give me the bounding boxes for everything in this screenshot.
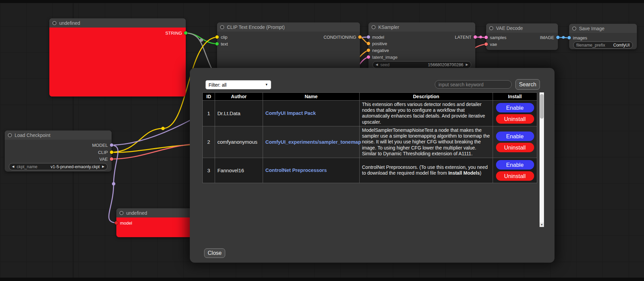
decrement-arrow-icon[interactable]: ◀ xyxy=(376,63,378,66)
increment-arrow-icon[interactable]: ▶ xyxy=(102,165,104,168)
output-slot-string[interactable]: STRING xyxy=(165,30,187,36)
node-save-image[interactable]: Save Image images filename_prefix ComfyU… xyxy=(569,24,637,49)
node-title-bar[interactable]: undefined xyxy=(116,208,193,217)
node-undefined-bottom[interactable]: undefined model xyxy=(116,208,193,237)
slot-label: model xyxy=(120,221,132,226)
uninstall-button[interactable]: Uninstall xyxy=(496,114,534,124)
extension-link[interactable]: ControlNet Preprocessors xyxy=(265,168,327,173)
node-collapse-icon[interactable] xyxy=(8,133,12,137)
node-title: KSampler xyxy=(378,24,399,30)
input-slot-positive[interactable]: positive xyxy=(367,40,387,47)
slot-label: LATENT xyxy=(455,35,472,40)
node-body: STRING xyxy=(49,28,186,96)
slot-label: samples xyxy=(490,35,506,40)
slot-dot-icon[interactable] xyxy=(110,143,113,147)
slot-dot-icon[interactable] xyxy=(556,36,560,39)
input-slot-negative[interactable]: negative xyxy=(367,47,389,53)
node-title-bar[interactable]: VAE Decode xyxy=(486,23,558,33)
filter-select[interactable]: Filter: all xyxy=(205,80,271,89)
output-slot-model[interactable]: MODEL xyxy=(92,142,113,148)
slot-dot-icon[interactable] xyxy=(367,42,370,45)
enable-button[interactable]: Enable xyxy=(496,103,534,112)
node-ksampler[interactable]: KSampler model positive negative latent_… xyxy=(368,22,475,73)
node-collapse-icon[interactable] xyxy=(220,25,224,29)
node-title: undefined xyxy=(126,210,147,216)
enable-button[interactable]: Enable xyxy=(496,131,534,141)
slot-dot-icon[interactable] xyxy=(474,35,477,39)
slot-dot-icon[interactable] xyxy=(110,157,113,161)
table-scrollbar[interactable]: ▼ xyxy=(540,92,544,227)
enable-button[interactable]: Enable xyxy=(496,160,534,170)
node-title-bar[interactable]: KSampler xyxy=(368,22,475,32)
node-title: Save Image xyxy=(579,26,605,31)
extension-author: Fannovel16 xyxy=(215,158,263,183)
slot-dot-icon[interactable] xyxy=(184,31,187,35)
increment-arrow-icon[interactable]: ▶ xyxy=(466,63,468,66)
node-vae-decode[interactable]: VAE Decode samples vae IMAGE xyxy=(486,23,558,50)
link-dot-clip xyxy=(161,127,165,130)
slot-dot-icon[interactable] xyxy=(215,42,219,46)
header-install: Install xyxy=(493,93,537,101)
slot-label: STRING xyxy=(165,31,182,36)
input-slot-model[interactable]: model xyxy=(367,34,384,40)
ckpt-name-widget[interactable]: ◀ ckpt_name v1-5-pruned-emaonly.ckpt ▶ xyxy=(9,163,108,170)
seed-widget[interactable]: ◀ seed 156680208700286 ▶ xyxy=(373,61,471,68)
slot-dot-icon[interactable] xyxy=(367,49,370,52)
slot-dot-icon[interactable] xyxy=(358,35,362,39)
input-slot-vae[interactable]: vae xyxy=(484,41,497,47)
output-slot-latent[interactable]: LATENT xyxy=(455,34,477,40)
node-title-bar[interactable]: Load Checkpoint xyxy=(5,130,112,140)
output-slot-image[interactable]: IMAGE xyxy=(540,34,560,40)
uninstall-button[interactable]: Uninstall xyxy=(496,171,534,181)
slot-dot-icon[interactable] xyxy=(484,42,488,46)
link-dot-latent xyxy=(479,36,482,38)
extension-description: ControlNet Preprocessors. (To use this e… xyxy=(360,158,493,183)
uninstall-button[interactable]: Uninstall xyxy=(496,143,534,152)
scrollbar-thumb[interactable] xyxy=(540,94,544,119)
slot-label: VAE xyxy=(99,157,108,162)
slot-dot-icon[interactable] xyxy=(367,35,370,39)
input-slot-clip[interactable]: clip xyxy=(215,34,228,40)
input-slot-latent-image[interactable]: latent_image xyxy=(367,54,397,60)
node-body: model xyxy=(116,217,193,237)
output-slot-clip[interactable]: CLIP xyxy=(98,149,113,155)
node-title-bar[interactable]: CLIP Text Encode (Prompt) xyxy=(217,22,360,32)
slot-dot-icon[interactable] xyxy=(110,151,113,154)
node-collapse-icon[interactable] xyxy=(489,26,493,30)
output-slot-vae[interactable]: VAE xyxy=(99,156,113,162)
node-undefined-top[interactable]: undefined STRING xyxy=(49,18,186,96)
input-slot-text[interactable]: text xyxy=(215,41,228,47)
decrement-arrow-icon[interactable]: ◀ xyxy=(12,165,14,168)
slot-dot-icon[interactable] xyxy=(567,36,571,39)
search-input[interactable] xyxy=(435,80,512,89)
search-button[interactable]: Search xyxy=(515,79,540,90)
output-slot-conditioning[interactable]: CONDITIONING xyxy=(324,34,362,40)
node-title: VAE Decode xyxy=(496,25,523,31)
input-slot-samples[interactable]: samples xyxy=(484,34,506,40)
wire-string-to-text xyxy=(185,33,218,44)
extension-link[interactable]: ComfyUI_experiments/sampler_tonemap xyxy=(265,139,361,145)
input-slot-model[interactable]: model xyxy=(115,220,132,226)
node-collapse-icon[interactable] xyxy=(572,27,576,31)
extension-author: comfyanonymous xyxy=(215,126,263,158)
extension-id: 2 xyxy=(203,126,215,158)
slot-dot-icon[interactable] xyxy=(215,35,219,39)
node-load-checkpoint[interactable]: Load Checkpoint MODEL CLIP VAE ◀ ckpt_na… xyxy=(5,130,112,172)
slot-dot-icon[interactable] xyxy=(484,36,488,39)
filter-select-wrap: Filter: all ▼ xyxy=(205,80,271,89)
slot-dot-icon[interactable] xyxy=(115,221,118,225)
extension-link[interactable]: ComfyUI Impact Pack xyxy=(265,110,316,116)
node-collapse-icon[interactable] xyxy=(371,25,376,29)
extension-name-cell: ComfyUI_experiments/sampler_tonemap xyxy=(263,126,360,158)
widget-label: filename_prefix xyxy=(576,43,605,48)
node-collapse-icon[interactable] xyxy=(119,211,123,215)
scroll-down-arrow-icon[interactable]: ▼ xyxy=(540,223,544,227)
input-slot-images[interactable]: images xyxy=(567,35,587,41)
node-title-bar[interactable]: Save Image xyxy=(569,24,637,33)
filename-prefix-widget[interactable]: filename_prefix ComfyUI xyxy=(573,41,633,49)
slot-dot-icon[interactable] xyxy=(367,55,370,59)
close-button[interactable]: Close xyxy=(204,248,225,258)
node-title-bar[interactable]: undefined xyxy=(49,18,186,28)
node-collapse-icon[interactable] xyxy=(52,21,56,25)
slot-label: latent_image xyxy=(372,55,397,60)
